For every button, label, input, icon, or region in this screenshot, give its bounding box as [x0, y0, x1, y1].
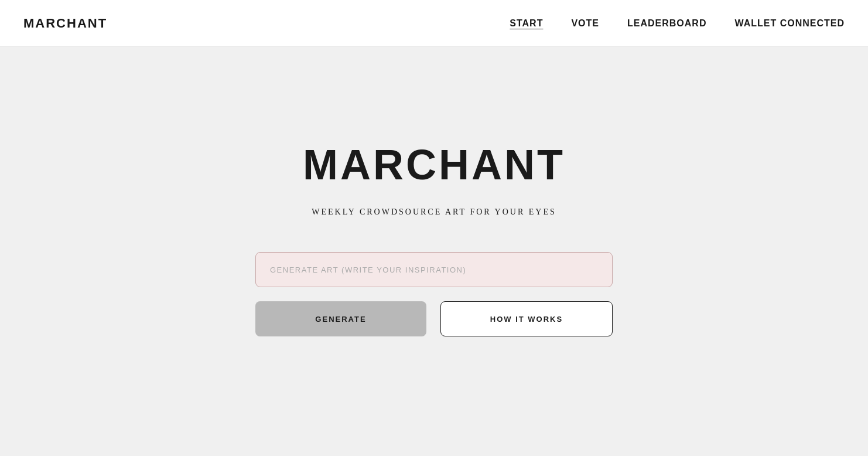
art-inspiration-input[interactable] — [255, 252, 613, 287]
nav-logo[interactable]: MARCHANT — [23, 16, 107, 31]
nav-link-vote[interactable]: VOTE — [571, 18, 599, 29]
hero-subtitle: WEEKLY CROWDSOURCE ART FOR YOUR EYES — [312, 207, 556, 217]
nav-links: START VOTE LEADERBOARD WALLET CONNECTED — [510, 18, 845, 29]
hero-title: MARCHANT — [303, 141, 565, 189]
nav-link-wallet-connected[interactable]: WALLET CONNECTED — [734, 18, 845, 29]
generate-button[interactable]: GENERATE — [255, 301, 426, 336]
input-container — [255, 252, 613, 287]
navbar: MARCHANT START VOTE LEADERBOARD WALLET C… — [0, 0, 868, 47]
main-content: MARCHANT WEEKLY CROWDSOURCE ART FOR YOUR… — [0, 47, 868, 395]
nav-link-leaderboard[interactable]: LEADERBOARD — [627, 18, 706, 29]
buttons-container: GENERATE HOW IT WORKS — [255, 301, 613, 336]
how-it-works-button[interactable]: HOW IT WORKS — [440, 301, 613, 336]
nav-link-start[interactable]: START — [510, 18, 543, 29]
